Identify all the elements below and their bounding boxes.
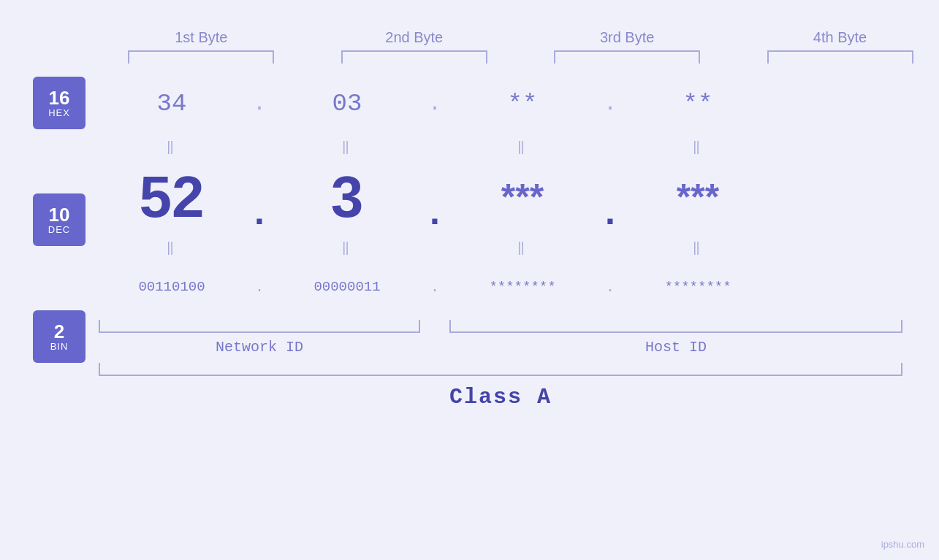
bin-sep3: . xyxy=(606,279,615,296)
watermark: ipshu.com xyxy=(881,538,924,551)
labels-row: Network ID Host ID xyxy=(99,339,902,356)
hex-badge-label: HEX xyxy=(48,107,70,118)
dec-b3: *** xyxy=(501,177,544,218)
class-bracket xyxy=(99,363,902,376)
bin-sep1: . xyxy=(255,279,264,296)
dec-sep1: . xyxy=(254,191,265,232)
dbar1: ‖ ‖ ‖ ‖ xyxy=(99,137,902,157)
bin-b4: ******** xyxy=(664,279,731,295)
bin-badge-number: 2 xyxy=(54,322,64,341)
host-id-label: Host ID xyxy=(645,339,707,356)
network-bracket xyxy=(99,320,420,333)
bracket-byte1 xyxy=(128,50,274,64)
dec-sep2: . xyxy=(430,191,440,232)
byte3-header: 3rd Byte xyxy=(600,29,654,45)
bin-b1: 00110100 xyxy=(138,279,205,295)
hex-badge: 16 HEX xyxy=(33,77,85,129)
bin-b3: ******** xyxy=(489,279,555,295)
dec-row: 52 . 3 . *** . *** xyxy=(99,157,902,237)
bracket-byte3 xyxy=(554,50,700,64)
dec-badge-number: 10 xyxy=(49,205,70,224)
hex-badge-number: 16 xyxy=(49,88,70,107)
hex-row: 34 . 03 . ** . ** xyxy=(99,71,902,137)
class-label: Class A xyxy=(99,385,902,410)
hex-sep2: . xyxy=(428,91,441,116)
bin-row: 00110100 . 00000011 . ******** . *******… xyxy=(99,258,902,316)
bin-badge: 2 BIN xyxy=(33,310,85,363)
hex-sep3: . xyxy=(604,91,617,116)
byte2-header: 2nd Byte xyxy=(385,29,443,45)
bin-sep2: . xyxy=(430,279,439,296)
dec-badge: 10 DEC xyxy=(33,193,85,246)
hex-b1: 34 xyxy=(157,90,187,118)
main-container: 1st Byte 2nd Byte 3rd Byte 4th Byte 16 xyxy=(0,0,939,560)
byte1-header: 1st Byte xyxy=(175,29,227,45)
host-bracket xyxy=(449,320,902,333)
dec-sep3: . xyxy=(605,191,615,232)
dec-b2: 3 xyxy=(331,164,364,229)
hex-b4: ** xyxy=(683,90,713,118)
hex-b2: 03 xyxy=(332,90,362,118)
bracket-byte2 xyxy=(341,50,487,64)
dec-b1: 52 xyxy=(140,164,205,229)
byte4-header: 4th Byte xyxy=(813,29,867,45)
dec-b4: *** xyxy=(677,177,719,218)
bottom-brackets xyxy=(99,320,902,333)
bracket-byte4 xyxy=(767,50,913,64)
hex-b3: ** xyxy=(508,90,538,118)
hex-sep1: . xyxy=(253,91,266,116)
bin-b2: 00000011 xyxy=(313,279,380,295)
bin-badge-label: BIN xyxy=(50,341,69,352)
dec-badge-label: DEC xyxy=(48,224,70,235)
dbar2: ‖ ‖ ‖ ‖ xyxy=(99,237,902,258)
network-id-label: Network ID xyxy=(216,339,303,356)
